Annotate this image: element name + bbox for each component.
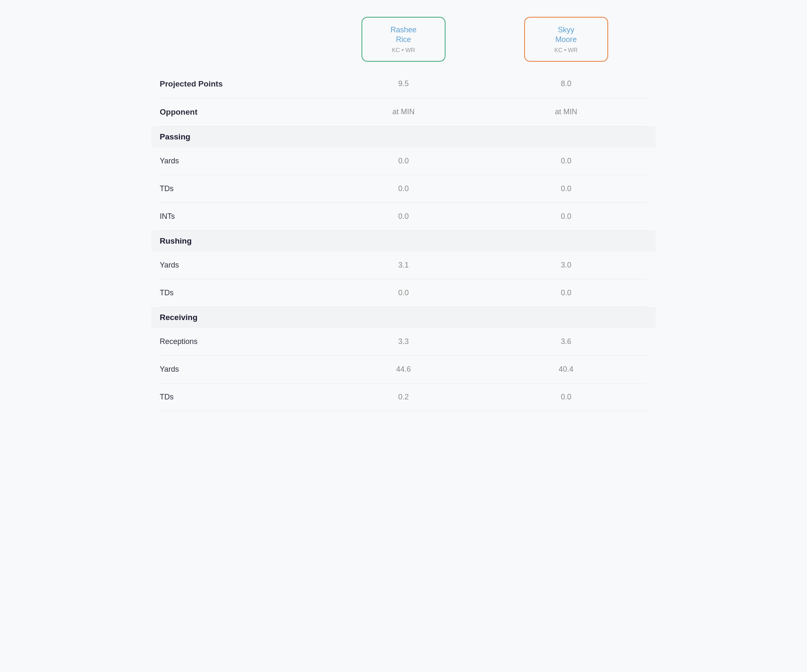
rows-container: Projected Points9.58.0Opponentat MINat M…	[160, 70, 647, 411]
data-row-9: Receiving	[151, 307, 656, 328]
row-value-p2-0: 8.0	[485, 79, 647, 88]
player-card-skyy-moore: Skyy Moore KC • WR	[524, 17, 608, 62]
row-value-p1-11: 44.6	[322, 365, 485, 374]
header-row: Rashee Rice KC • WR Skyy Moore KC • WR	[160, 17, 647, 70]
row-value-p1-0: 9.5	[322, 79, 485, 88]
comparison-table: Rashee Rice KC • WR Skyy Moore KC • WR P…	[151, 0, 656, 428]
player-meta-rashee-rice: KC • WR	[392, 47, 415, 53]
row-value-p2-1: at MIN	[485, 108, 647, 116]
row-label-12: TDs	[160, 393, 322, 402]
row-value-p1-12: 0.2	[322, 393, 485, 402]
row-value-p2-11: 40.4	[485, 365, 647, 374]
row-value-p2-12: 0.0	[485, 393, 647, 402]
data-row-3: Yards0.00.0	[160, 147, 647, 175]
row-value-p2-10: 3.6	[485, 337, 647, 346]
row-value-p1-7: 3.1	[322, 261, 485, 270]
row-value-p2-5: 0.0	[485, 212, 647, 221]
row-label-7: Yards	[160, 261, 322, 270]
data-row-4: TDs0.00.0	[160, 175, 647, 203]
row-label-2: Passing	[160, 132, 322, 142]
row-value-p2-3: 0.0	[485, 157, 647, 165]
data-row-10: Receptions3.33.6	[160, 328, 647, 356]
row-value-p1-4: 0.0	[322, 184, 485, 193]
data-row-12: TDs0.20.0	[160, 383, 647, 411]
player-name-skyy-moore: Skyy Moore	[555, 25, 577, 45]
row-label-0: Projected Points	[160, 79, 322, 89]
row-label-1: Opponent	[160, 108, 322, 117]
row-label-6: Rushing	[160, 236, 322, 246]
player-card-rashee-rice: Rashee Rice KC • WR	[361, 17, 446, 62]
data-row-11: Yards44.640.4	[160, 356, 647, 383]
data-row-0: Projected Points9.58.0	[160, 70, 647, 98]
data-row-7: Yards3.13.0	[160, 252, 647, 279]
row-label-10: Receptions	[160, 337, 322, 346]
data-row-2: Passing	[151, 126, 656, 147]
row-value-p1-8: 0.0	[322, 289, 485, 297]
row-label-4: TDs	[160, 184, 322, 193]
row-value-p2-8: 0.0	[485, 289, 647, 297]
player-name-rashee-rice: Rashee Rice	[390, 25, 417, 45]
row-label-8: TDs	[160, 289, 322, 297]
row-value-p1-5: 0.0	[322, 212, 485, 221]
data-row-1: Opponentat MINat MIN	[160, 98, 647, 126]
data-row-8: TDs0.00.0	[160, 279, 647, 307]
row-value-p1-10: 3.3	[322, 337, 485, 346]
data-row-6: Rushing	[151, 231, 656, 252]
row-label-5: INTs	[160, 212, 322, 221]
row-label-9: Receiving	[160, 313, 322, 322]
row-value-p2-7: 3.0	[485, 261, 647, 270]
row-label-11: Yards	[160, 365, 322, 374]
row-value-p1-3: 0.0	[322, 157, 485, 165]
player-meta-skyy-moore: KC • WR	[554, 47, 578, 53]
row-label-3: Yards	[160, 157, 322, 165]
row-value-p1-1: at MIN	[322, 108, 485, 116]
row-value-p2-4: 0.0	[485, 184, 647, 193]
data-row-5: INTs0.00.0	[160, 203, 647, 231]
